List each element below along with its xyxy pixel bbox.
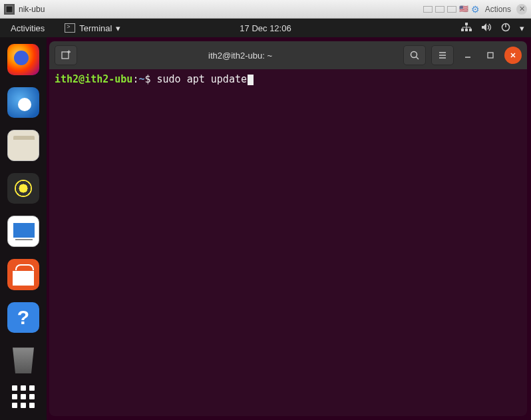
terminal-title: ith2@ith2-ubu: ~ [83,51,398,61]
vm-titlebar: nik-ubu 🇺🇸 ⚙ Actions ✕ [0,0,531,19]
dock-item-ubuntu-software[interactable] [7,259,39,290]
power-icon[interactable] [501,23,510,34]
vm-indicator-icon [435,6,444,13]
svg-point-8 [411,52,417,58]
cursor-icon [248,75,254,85]
volume-icon[interactable] [481,23,492,34]
svg-rect-3 [465,29,468,31]
svg-rect-11 [488,53,493,58]
vm-window-icon [4,4,15,15]
clock[interactable]: 17 Dec 12:06 [240,23,291,33]
network-icon[interactable] [461,23,472,34]
dock-item-libreoffice-writer[interactable] [7,216,39,247]
dock-item-help[interactable]: ? [7,302,39,333]
chevron-down-icon[interactable]: ▾ [520,23,524,33]
svg-rect-1 [465,23,468,25]
vm-indicators: 🇺🇸 ⚙ Actions ✕ [423,4,527,15]
svg-rect-0 [6,6,13,13]
hamburger-menu-button[interactable] [431,45,454,65]
svg-rect-2 [461,29,464,31]
dock-item-thunderbird[interactable] [7,87,39,118]
search-button[interactable] [403,45,426,65]
prompt-user-host: ith2@ith2-ubu [55,73,132,85]
vm-close-button[interactable]: ✕ [516,4,527,15]
gnome-top-bar: Activities Terminal ▾ 17 Dec 12:06 ▾ [0,19,531,37]
terminal-body[interactable]: ith2@ith2-ubu:~$ sudo apt update [49,69,527,416]
prompt-symbol: $ [144,73,150,85]
gear-icon[interactable]: ⚙ [471,4,480,15]
vm-actions-menu[interactable]: Actions [485,5,511,14]
minimize-button[interactable] [459,47,476,64]
vm-window-title: nik-ubu [19,5,423,14]
svg-rect-7 [62,52,69,59]
terminal-window: ith2@ith2-ubu: ~ ith2@ith2-ubu:~$ sudo a… [49,41,527,416]
dock-item-files[interactable] [7,130,39,161]
maximize-button[interactable] [482,47,499,64]
vm-keyboard-flag-icon[interactable]: 🇺🇸 [459,5,468,13]
terminal-command: sudo apt update [157,73,247,85]
vm-indicator-icon [447,6,456,13]
svg-rect-4 [469,29,472,31]
vm-indicator-icon [423,6,433,13]
terminal-headerbar: ith2@ith2-ubu: ~ [49,41,527,69]
activities-button[interactable]: Activities [7,23,49,33]
svg-line-9 [417,57,419,60]
show-applications-button[interactable] [12,385,35,408]
app-menu-label: Terminal [79,23,112,33]
desktop: ? ith2@ith2-ubu: ~ [0,37,531,420]
terminal-icon [65,23,75,33]
dock-item-firefox[interactable] [7,44,39,75]
new-tab-button[interactable] [55,45,77,65]
chevron-down-icon: ▾ [116,23,120,33]
system-tray: ▾ [461,23,524,34]
close-button[interactable] [504,47,522,64]
dock-item-rhythmbox[interactable] [7,173,39,204]
dock-item-trash[interactable] [10,347,37,373]
app-menu-terminal[interactable]: Terminal ▾ [65,23,120,33]
dock: ? [0,37,47,420]
